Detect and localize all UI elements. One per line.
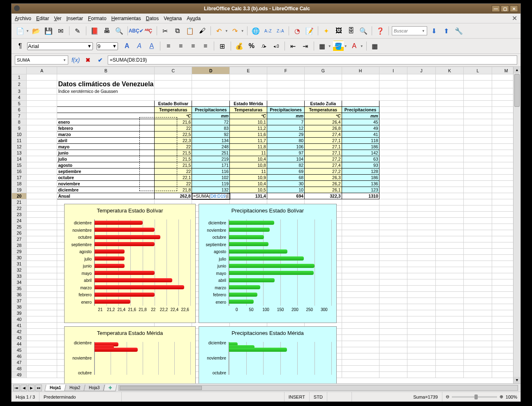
- new-doc-button[interactable]: 📄: [15, 25, 25, 36]
- status-signature[interactable]: [327, 392, 352, 401]
- chart-title: Temperatura Estado Bolívar: [69, 208, 190, 214]
- zoom-button[interactable]: 🔍: [358, 25, 369, 36]
- align-left-button[interactable]: ≡: [163, 41, 174, 51]
- copy-button[interactable]: ⧉: [172, 25, 183, 36]
- sheet-tab-hoja2[interactable]: Hoja2: [65, 385, 86, 391]
- find-prev-button[interactable]: ⬆: [441, 25, 452, 36]
- autospell-button[interactable]: ᴬᴮÇ: [143, 25, 154, 36]
- help-button[interactable]: ❓: [375, 25, 386, 36]
- borders-button[interactable]: ▦: [317, 41, 328, 51]
- gallery-button[interactable]: 🖼: [333, 25, 344, 36]
- navigator-button[interactable]: ✦: [321, 25, 332, 36]
- vertical-scrollbar[interactable]: ▲ ▼: [513, 67, 520, 383]
- tab-last-button[interactable]: ⏭: [35, 385, 42, 391]
- percent-button[interactable]: %: [246, 41, 257, 51]
- increase-indent-button[interactable]: ⇥: [300, 41, 311, 51]
- scroll-up-button[interactable]: ▲: [513, 67, 520, 73]
- chart-temp-merida[interactable]: Temperatura Estado Mérida diciembrenovie…: [64, 326, 196, 383]
- menu-ayuda[interactable]: Ayuda: [187, 16, 201, 21]
- sort-asc-button[interactable]: A↓Z: [263, 25, 273, 36]
- export-pdf-button[interactable]: 📕: [89, 25, 100, 36]
- find-replace-button[interactable]: 🔧: [453, 25, 464, 36]
- zoom-in-button[interactable]: ⊕: [500, 394, 503, 399]
- email-button[interactable]: ✉: [56, 25, 66, 36]
- app-menu-icon[interactable]: [14, 5, 20, 11]
- menu-archivo[interactable]: Archivo: [15, 16, 31, 21]
- chart-button[interactable]: ◔: [292, 25, 303, 36]
- bold-button[interactable]: A: [122, 41, 132, 51]
- fontcolor-button[interactable]: A: [349, 41, 360, 51]
- name-box[interactable]: SUMA ▼: [15, 55, 68, 65]
- tab-first-button[interactable]: ⏮: [13, 385, 20, 391]
- menu-herramientas[interactable]: Herramientas: [111, 16, 141, 21]
- align-justify-button[interactable]: ≡: [200, 41, 211, 51]
- underline-button[interactable]: A: [146, 41, 157, 51]
- open-button[interactable]: 📂: [31, 25, 42, 36]
- font-size-combo[interactable]: [97, 42, 118, 50]
- datasources-button[interactable]: 🗄: [346, 25, 356, 36]
- cut-button[interactable]: ✂: [160, 25, 171, 36]
- minimize-button[interactable]: —: [492, 5, 500, 12]
- add-decimal-button[interactable]: .0▸: [259, 41, 269, 51]
- hyperlink-button[interactable]: 🌐: [250, 25, 261, 36]
- find-next-button[interactable]: ⬇: [429, 25, 439, 36]
- hscroll-thumb[interactable]: [120, 386, 202, 390]
- currency-button[interactable]: 💰: [234, 41, 245, 51]
- styles-button[interactable]: ¶: [15, 41, 25, 51]
- format-paintbrush-button[interactable]: 🖌: [197, 25, 208, 36]
- align-right-button[interactable]: ≡: [188, 41, 199, 51]
- zoom-out-button[interactable]: ⊖: [446, 394, 449, 399]
- cancel-button[interactable]: ✖: [83, 55, 93, 65]
- italic-button[interactable]: A: [134, 41, 145, 51]
- menu-datos[interactable]: Datos: [146, 16, 159, 21]
- menu-ventana[interactable]: Ventana: [164, 16, 182, 21]
- show-draw-button[interactable]: 📝: [304, 25, 315, 36]
- maximize-button[interactable]: ▢: [501, 5, 509, 12]
- status-page-style[interactable]: Predeterminado: [39, 392, 122, 401]
- app-window: LibreOffice Calc 3.3 (b).ods - LibreOffi…: [11, 3, 521, 402]
- function-wizard-button[interactable]: f(x): [71, 55, 81, 65]
- zoom-slider[interactable]: [452, 396, 497, 398]
- tab-next-button[interactable]: ▶: [28, 385, 35, 391]
- vscroll-thumb[interactable]: [514, 74, 520, 107]
- status-insert-mode[interactable]: INSERT: [285, 392, 310, 401]
- chart-temp-bolivar[interactable]: Temperatura Estado Bolívar diciembrenovi…: [64, 204, 196, 323]
- undo-button[interactable]: ↶: [214, 25, 224, 36]
- grid-lines-button[interactable]: ▦: [370, 41, 380, 51]
- print-button[interactable]: 🖶: [102, 25, 112, 36]
- save-button[interactable]: 💾: [43, 25, 54, 36]
- align-center-button[interactable]: ≡: [176, 41, 186, 51]
- chart-prec-merida[interactable]: Precipitaciones Estado Mérida diciembren…: [199, 326, 337, 383]
- scroll-down-button[interactable]: ▼: [513, 377, 520, 383]
- formula-input[interactable]: [108, 55, 517, 65]
- sheet-tab-hoja3[interactable]: Hoja3: [84, 385, 105, 391]
- add-sheet-button[interactable]: ✚: [103, 385, 117, 391]
- menu-formato[interactable]: Formato: [88, 16, 106, 21]
- redo-button[interactable]: ↷: [230, 25, 241, 36]
- close-doc-button[interactable]: ✕: [512, 14, 517, 22]
- chart-prec-bolivar[interactable]: Precipitaciones Estado Bolívar diciembre…: [199, 204, 337, 323]
- sort-desc-button[interactable]: Z↓A: [275, 25, 286, 36]
- edit-mode-button[interactable]: ✎: [72, 25, 83, 36]
- menu-insertar[interactable]: Insertar: [66, 16, 83, 21]
- merge-cells-button[interactable]: ⊞: [217, 41, 228, 51]
- status-selection-mode[interactable]: STD: [310, 392, 327, 401]
- zoom-value[interactable]: 100%: [506, 394, 517, 399]
- spellcheck-button[interactable]: ABÇ✔: [131, 25, 141, 36]
- status-sum[interactable]: Suma=1739: [352, 392, 442, 401]
- bgcolor-button[interactable]: 🪣: [333, 41, 344, 51]
- decrease-indent-button[interactable]: ⇤: [288, 41, 298, 51]
- sheet-tab-hoja1[interactable]: Hoja1: [44, 385, 66, 391]
- close-button[interactable]: ✕: [510, 5, 518, 12]
- paste-button[interactable]: 📋: [185, 25, 195, 36]
- font-name-combo[interactable]: [27, 42, 93, 50]
- remove-decimal-button[interactable]: ◂.0: [271, 41, 282, 51]
- menu-editar[interactable]: Editar: [36, 16, 49, 21]
- find-input[interactable]: [392, 28, 420, 33]
- accept-button[interactable]: ✔: [95, 55, 105, 65]
- print-preview-button[interactable]: 🔍: [114, 25, 125, 36]
- menu-ver[interactable]: Ver: [54, 16, 61, 21]
- spreadsheet-area[interactable]: ABCDEFGHIJKLM12Datos climáticos de Venez…: [12, 67, 520, 383]
- tab-prev-button[interactable]: ◀: [21, 385, 27, 391]
- horizontal-scrollbar[interactable]: [118, 385, 518, 391]
